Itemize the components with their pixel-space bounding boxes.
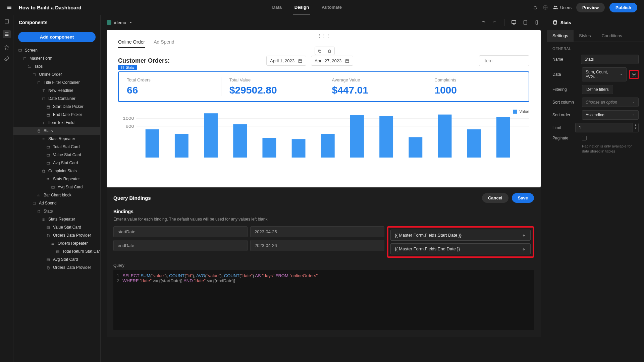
tab-data[interactable]: Data: [271, 1, 283, 14]
stat-cell: Average Value$447.01: [324, 77, 427, 96]
binding-default: 2023-04-25: [250, 226, 384, 237]
rail-components-icon[interactable]: [3, 30, 11, 39]
svg-point-20: [47, 179, 47, 179]
tree-item[interactable]: Master Form: [13, 54, 100, 62]
settings-panel: Stats Settings Styles Conditions GENERAL…: [547, 15, 644, 362]
item-search-input[interactable]: Item: [479, 55, 529, 66]
tree-item[interactable]: New Headline: [13, 86, 100, 95]
data-select[interactable]: Sum, Count, AVG…: [582, 67, 627, 81]
add-component-button[interactable]: Add component: [18, 32, 96, 42]
binding-value-input[interactable]: {{ Master Form.Fields.Start Date }}: [390, 230, 531, 241]
sortorder-select[interactable]: Ascending: [582, 110, 639, 120]
tree-item[interactable]: Value Stat Card: [13, 223, 100, 231]
rp-tab-styles[interactable]: Styles: [574, 30, 596, 42]
tree-item[interactable]: Screen: [13, 46, 100, 54]
tree-item[interactable]: Stats Repeater: [13, 135, 100, 143]
tree-item[interactable]: Complaint Stats: [13, 167, 100, 175]
stat-label: Complaints: [434, 77, 521, 82]
rp-tab-settings[interactable]: Settings: [547, 30, 574, 42]
end-date-input[interactable]: April 27, 2023: [311, 56, 353, 66]
cancel-button[interactable]: Cancel: [482, 193, 508, 203]
revert-icon[interactable]: [533, 5, 538, 10]
bindings-subtitle: Bindings: [113, 209, 534, 214]
tree-item[interactable]: Start Date Picker: [13, 103, 100, 111]
tree-item[interactable]: Total Stat Card: [13, 143, 100, 151]
tree-item[interactable]: Total Return Stat Card: [13, 247, 100, 255]
tree-item[interactable]: End Date Picker: [13, 111, 100, 119]
redo-icon[interactable]: [491, 18, 499, 27]
page-title: How to Build a Dashboard: [19, 5, 82, 10]
limit-stepper[interactable]: ▲▼: [575, 123, 639, 132]
globe-icon[interactable]: [543, 5, 548, 10]
rp-tab-conditions[interactable]: Conditions: [596, 30, 627, 42]
chevron-down-icon: [620, 73, 623, 76]
tree-item[interactable]: Online Order: [13, 70, 100, 78]
tree-item-label: Avg Stat Card: [53, 257, 78, 262]
mobile-icon[interactable]: [533, 18, 541, 27]
tab-automate[interactable]: Automate: [320, 1, 343, 14]
tree-item[interactable]: Item Text Field: [13, 119, 100, 127]
card-icon: [46, 144, 50, 149]
users-icon[interactable]: Users: [553, 5, 572, 10]
menu-icon[interactable]: [7, 5, 12, 10]
tree-item[interactable]: Orders Repeater: [13, 239, 100, 247]
box-icon: [32, 72, 36, 77]
svg-rect-40: [319, 51, 321, 53]
tree-item[interactable]: Ad Spend: [13, 199, 100, 207]
tree-item-label: Total Return Stat Card: [62, 249, 100, 254]
start-date-input[interactable]: April 1, 2023: [266, 56, 306, 66]
query-editor[interactable]: 1SELECT SUM("value"), COUNT("id"), AVG("…: [113, 270, 534, 330]
publish-button[interactable]: Publish: [609, 3, 637, 12]
copy-icon[interactable]: [315, 47, 325, 55]
save-button[interactable]: Save: [512, 193, 534, 203]
tree-item-label: Avg Stat Card: [53, 161, 78, 165]
rail-links-icon[interactable]: [4, 56, 9, 62]
data-gear-button[interactable]: [629, 70, 639, 79]
tree-item[interactable]: Avg Stat Card: [13, 183, 100, 191]
tree-item[interactable]: Stats Repeater: [13, 175, 100, 183]
tree-item[interactable]: Stats: [13, 127, 100, 135]
svg-rect-7: [38, 81, 40, 84]
step-up[interactable]: ▲: [633, 123, 638, 127]
stat-value: $29502.80: [229, 84, 316, 96]
svg-point-32: [52, 244, 52, 245]
query-label: Query: [113, 263, 534, 268]
name-input[interactable]: [581, 55, 639, 64]
svg-rect-8: [43, 98, 45, 100]
tree-item[interactable]: Tabs: [13, 62, 100, 70]
rail-theme-icon[interactable]: [4, 44, 9, 50]
tab-design[interactable]: Design: [293, 1, 310, 14]
paginate-checkbox[interactable]: [582, 136, 587, 140]
tree-item[interactable]: Stats: [13, 207, 100, 215]
binding-value-input[interactable]: {{ Master Form.Fields.End Date }}: [390, 243, 531, 254]
svg-text:1000: 1000: [123, 116, 134, 121]
tree-item[interactable]: Bar Chart block: [13, 191, 100, 199]
define-filters-button[interactable]: Define filters: [582, 85, 613, 94]
tree-item[interactable]: Title Filter Container: [13, 78, 100, 86]
desktop-icon[interactable]: [510, 18, 518, 27]
tree-item[interactable]: Value Stat Card: [13, 151, 100, 159]
drag-handle-icon[interactable]: ⋮⋮⋮: [317, 33, 330, 38]
tree-item[interactable]: Avg Stat Card: [13, 255, 100, 263]
rail-screen-icon[interactable]: [4, 18, 9, 24]
delete-icon[interactable]: [325, 47, 334, 55]
stats-box[interactable]: Total Orders66Total Value$29502.80Averag…: [118, 71, 529, 102]
tree-item[interactable]: Stats Repeater: [13, 215, 100, 223]
tree-item-label: Value Stat Card: [53, 153, 81, 157]
tree-item-label: Total Stat Card: [53, 144, 79, 149]
preview-tab-online-order[interactable]: Online Order: [118, 39, 145, 48]
paginate-label: Paginate: [552, 136, 579, 140]
preview-tab-ad-spend[interactable]: Ad Spend: [154, 39, 174, 48]
bolt-icon[interactable]: [522, 233, 526, 238]
tree-item[interactable]: Date Container: [13, 95, 100, 103]
path-chip[interactable]: /demo: [107, 20, 133, 25]
tree-item[interactable]: Avg Stat Card: [13, 159, 100, 167]
tree-item[interactable]: Orders Data Provider: [13, 231, 100, 239]
bolt-icon[interactable]: [522, 246, 526, 251]
tablet-icon[interactable]: [521, 18, 529, 27]
sortcol-select[interactable]: Choose an option: [582, 98, 639, 107]
step-down[interactable]: ▼: [633, 127, 638, 130]
undo-icon[interactable]: [479, 18, 487, 27]
preview-button[interactable]: Preview: [576, 3, 605, 12]
tree-item[interactable]: Orders Data Provider: [13, 263, 100, 272]
